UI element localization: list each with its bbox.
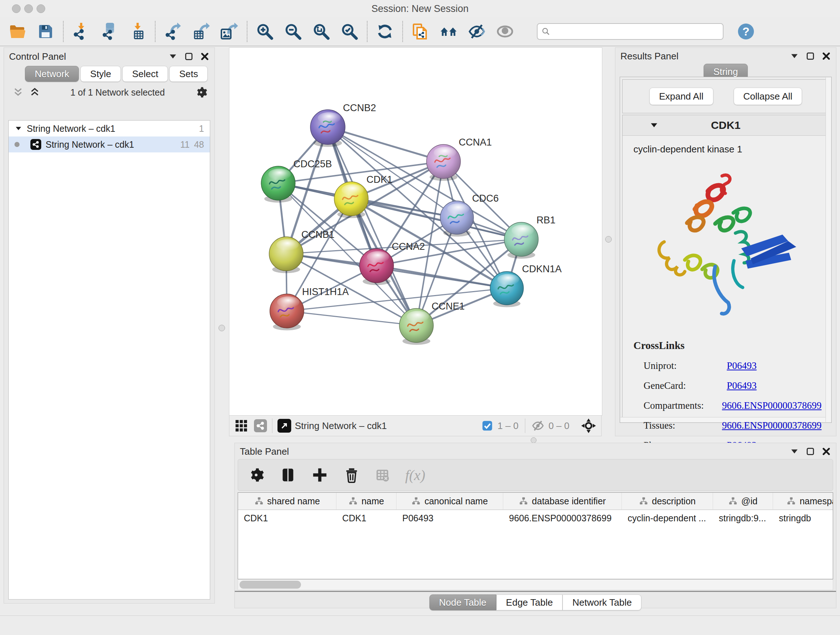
network-row[interactable]: String Network – cdk1 11 48 xyxy=(9,136,210,152)
expand-all-icon[interactable] xyxy=(29,87,40,98)
network-node-HIST1H1A[interactable] xyxy=(270,294,304,331)
tab-network[interactable]: Network xyxy=(25,66,79,82)
string-style-icon[interactable] xyxy=(254,419,267,432)
table-cell[interactable]: stringdb xyxy=(773,513,833,524)
export-network-button[interactable] xyxy=(164,22,182,41)
close-panel-icon[interactable] xyxy=(821,447,831,456)
crosslink-link[interactable]: P06493 xyxy=(727,380,757,391)
node-label-CCNA1: CCNA1 xyxy=(459,137,492,148)
table-horizontal-scrollbar[interactable] xyxy=(238,579,833,590)
show-all-button[interactable] xyxy=(496,22,515,41)
collapse-all-button[interactable]: Collapse All xyxy=(734,88,802,105)
crosslink-link[interactable]: 9606.ENSP00000378699 xyxy=(722,400,821,411)
selected-nodes-checkbox-icon[interactable] xyxy=(482,420,493,432)
table-cell[interactable]: P06493 xyxy=(396,513,503,524)
network-node-RB1[interactable] xyxy=(504,222,538,259)
collapse-all-icon[interactable] xyxy=(13,87,24,98)
network-node-CCNB1[interactable] xyxy=(269,237,303,273)
expand-all-button[interactable]: Expand All xyxy=(649,88,714,105)
table-row[interactable]: CDK1CDK1P064939606.ENSP00000378699cyclin… xyxy=(238,510,833,526)
table-options-gear-icon[interactable] xyxy=(248,467,264,483)
column-header-description[interactable]: description xyxy=(622,493,713,509)
column-header-canonical-name[interactable]: canonical name xyxy=(396,493,503,509)
column-header-namespace[interactable]: namespace xyxy=(773,493,833,509)
network-node-CCNE1[interactable] xyxy=(399,309,433,345)
zoom-fit-button[interactable] xyxy=(312,22,331,41)
apply-layout-button[interactable] xyxy=(376,22,394,41)
hidden-eye-slash-icon[interactable] xyxy=(532,420,544,432)
zoom-in-button[interactable] xyxy=(256,22,274,41)
network-edge-CCNE1-HIST1H1A[interactable] xyxy=(287,311,416,325)
column-header--id[interactable]: @id xyxy=(713,493,773,509)
network-node-CDC25B[interactable] xyxy=(261,166,295,203)
network-node-CDC6[interactable] xyxy=(440,201,474,236)
left-splitter-grip[interactable] xyxy=(218,325,225,331)
gene-expander-icon[interactable] xyxy=(649,120,659,130)
delete-column-icon[interactable] xyxy=(344,467,360,483)
network-canvas[interactable]: CCNB2CCNA1CDC25BCDK1CDC6RB1CCNB1CCNA2CDK… xyxy=(229,48,602,416)
table-cell[interactable]: stringdb:9... xyxy=(713,513,773,524)
table-cell[interactable]: 9606.ENSP00000378699 xyxy=(503,513,622,524)
attribute-type-icon xyxy=(348,496,358,506)
network-node-CDK1[interactable] xyxy=(334,182,368,218)
zoom-out-button[interactable] xyxy=(284,22,302,41)
collection-expander-icon[interactable] xyxy=(14,125,22,133)
crosshair-navigator-icon[interactable] xyxy=(581,418,596,433)
export-table-button[interactable] xyxy=(192,22,210,41)
column-header-name[interactable]: name xyxy=(336,493,396,509)
tab-select[interactable]: Select xyxy=(122,66,168,82)
clone-network-button[interactable] xyxy=(411,22,430,41)
network-node-CCNA1[interactable] xyxy=(426,144,461,181)
table-cell[interactable]: CDK1 xyxy=(336,513,396,524)
tab-network-table[interactable]: Network Table xyxy=(562,594,641,610)
table-cell[interactable]: CDK1 xyxy=(238,513,336,524)
table-cell[interactable]: cyclin-dependent ... xyxy=(622,513,713,524)
tab-node-table[interactable]: Node Table xyxy=(429,594,496,610)
tab-sets[interactable]: Sets xyxy=(169,66,208,82)
first-neighbors-button[interactable] xyxy=(439,22,458,41)
open-in-new-icon[interactable] xyxy=(278,419,291,432)
close-panel-icon[interactable] xyxy=(821,51,831,61)
import-network-file-button[interactable] xyxy=(72,22,90,41)
float-panel-icon[interactable] xyxy=(806,51,815,61)
column-header-database-identifier[interactable]: database identifier xyxy=(503,493,622,509)
panel-menu-icon[interactable] xyxy=(168,52,178,61)
column-header-shared-name[interactable]: shared name xyxy=(238,493,336,509)
float-panel-icon[interactable] xyxy=(806,447,815,456)
tab-style[interactable]: Style xyxy=(80,66,121,82)
import-table-button[interactable] xyxy=(128,22,147,41)
hide-selected-button[interactable] xyxy=(467,22,486,41)
attribute-type-icon xyxy=(786,496,796,506)
open-session-button[interactable] xyxy=(8,22,27,41)
help-button[interactable]: ? xyxy=(737,22,755,41)
import-network-database-button[interactable] xyxy=(100,22,118,41)
tab-edge-table[interactable]: Edge Table xyxy=(496,594,563,610)
zoom-selected-button[interactable] xyxy=(340,22,359,41)
export-image-button[interactable] xyxy=(220,22,239,41)
close-panel-icon[interactable] xyxy=(200,52,210,61)
scrollbar-thumb[interactable] xyxy=(240,581,301,589)
results-vertical-scrollbar[interactable] xyxy=(826,78,831,422)
network-edge-CCNB2-CCNA1[interactable] xyxy=(328,127,444,162)
network-node-CCNB2[interactable] xyxy=(310,110,345,147)
network-options-gear-icon[interactable] xyxy=(195,86,207,98)
network-node-CCNA2[interactable] xyxy=(360,249,393,285)
crosslink-label: Uniprot: xyxy=(633,360,727,371)
show-columns-icon[interactable] xyxy=(280,467,296,483)
bottom-splitter-grip[interactable] xyxy=(531,437,537,443)
network-node-CDKN1A[interactable] xyxy=(490,272,523,307)
right-splitter-grip[interactable] xyxy=(605,236,612,242)
gene-section-header[interactable]: CDK1 xyxy=(622,115,829,136)
search-input[interactable] xyxy=(554,26,719,37)
create-column-icon[interactable] xyxy=(312,467,328,483)
search-field[interactable] xyxy=(537,23,723,40)
network-collection-row[interactable]: String Network – cdk1 1 xyxy=(9,120,210,136)
results-horizontal-scrollbar[interactable] xyxy=(621,417,826,422)
save-session-button[interactable] xyxy=(36,22,55,41)
birdseye-grid-icon[interactable] xyxy=(234,419,248,432)
crosslink-link[interactable]: P06493 xyxy=(727,360,757,371)
string-network-icon xyxy=(30,139,41,150)
panel-menu-icon[interactable] xyxy=(790,51,799,61)
float-panel-icon[interactable] xyxy=(184,52,194,61)
panel-menu-icon[interactable] xyxy=(790,447,799,456)
